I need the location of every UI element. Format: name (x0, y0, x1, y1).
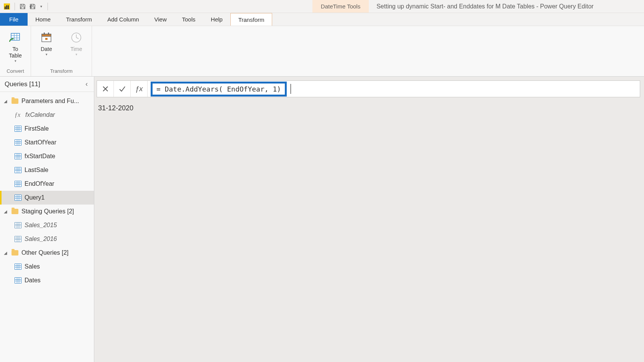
save-button[interactable] (19, 3, 26, 10)
queries-pane: Queries [11] ‹ ◢Parameters and Fu...ƒxfx… (0, 77, 94, 362)
to-table-icon (8, 31, 22, 44)
qat-dropdown[interactable]: ▾ (39, 4, 44, 8)
queries-list: ◢Parameters and Fu...ƒxfxCalendarFirstSa… (0, 92, 94, 362)
clock-icon (69, 31, 83, 44)
chevron-down-icon: ▾ (46, 52, 48, 56)
enter-formula-button[interactable] (114, 81, 131, 97)
document-title: Setting up dynamic Start- and Enddates f… (369, 0, 644, 13)
fx-button[interactable]: ƒx (131, 81, 148, 97)
ribbon: To Table ▾ Convert Date ▾ (0, 26, 644, 77)
ribbon-group-convert: To Table ▾ Convert (0, 26, 31, 76)
query-label: fxCalendar (25, 111, 55, 118)
query-item[interactable]: StartOfYear (0, 136, 94, 149)
tab-home[interactable]: Home (28, 13, 58, 26)
chevron-down-icon: ▾ (76, 52, 77, 56)
formula-text: = Date.AddYears( EndOfYear, 1) (151, 82, 287, 97)
result-value: 31-12-2020 (98, 104, 639, 112)
separator (48, 3, 48, 10)
query-label: fxStartDate (25, 153, 55, 160)
table-icon (15, 167, 21, 173)
fx-icon: ƒx (15, 111, 22, 118)
group-label: Staging Queries [2] (21, 208, 74, 215)
time-button[interactable]: Time ▾ (65, 28, 88, 67)
to-table-button[interactable]: To Table ▾ (4, 28, 27, 67)
content-area: ƒx = Date.AddYears( EndOfYear, 1) 31-12-… (94, 77, 644, 362)
collapse-pane-button[interactable]: ‹ (84, 79, 89, 90)
query-label: Sales_2016 (25, 236, 57, 242)
formula-bar: ƒx = Date.AddYears( EndOfYear, 1) (97, 80, 640, 97)
tab-tools[interactable]: Tools (174, 13, 203, 26)
queries-title: Queries [11] (5, 80, 40, 88)
quick-access-toolbar: ▾ (0, 3, 53, 10)
table-icon (15, 222, 21, 228)
ribbon-group-label: Convert (7, 67, 24, 76)
folder-icon (12, 250, 18, 256)
x-icon (102, 85, 109, 92)
ribbon-group-label: Transform (50, 67, 73, 76)
query-group[interactable]: ◢Other Queries [2] (0, 246, 94, 260)
query-label: Sales (25, 263, 40, 270)
caret-down-icon: ◢ (4, 209, 8, 214)
query-label: LastSale (25, 167, 48, 174)
svg-rect-7 (44, 33, 45, 35)
check-icon (118, 85, 126, 93)
ribbon-group-transform: Date ▾ Time ▾ Transform (31, 26, 92, 76)
table-icon (15, 139, 21, 146)
svg-rect-6 (42, 34, 51, 36)
query-item[interactable]: ƒxfxCalendar (0, 108, 94, 122)
query-item[interactable]: LastSale (0, 163, 94, 177)
table-icon (15, 126, 21, 132)
query-item[interactable]: EndOfYear (0, 177, 94, 191)
query-item[interactable]: Sales (0, 260, 94, 274)
table-icon (15, 153, 21, 159)
table-icon (15, 277, 21, 283)
group-label: Other Queries [2] (21, 249, 69, 256)
tab-add-column[interactable]: Add Column (100, 13, 147, 26)
caret-down-icon: ◢ (4, 99, 8, 104)
to-table-label: To Table (9, 46, 21, 59)
query-item[interactable]: fxStartDate (0, 149, 94, 163)
text-cursor (291, 84, 291, 94)
chevron-down-icon: ▾ (15, 59, 16, 63)
queries-header: Queries [11] ‹ (0, 77, 94, 92)
titlebar-center: DateTime Tools Setting up dynamic Start-… (53, 0, 644, 13)
query-item[interactable]: Sales_2015 (0, 218, 94, 232)
powerbi-logo-icon (3, 3, 11, 10)
context-tools-label: DateTime Tools (312, 0, 369, 13)
query-label: StartOfYear (25, 139, 56, 146)
tab-transform[interactable]: Transform (58, 13, 100, 26)
title-bar: ▾ DateTime Tools Setting up dynamic Star… (0, 0, 644, 13)
folder-icon (12, 98, 18, 104)
calendar-icon (39, 31, 53, 44)
cancel-formula-button[interactable] (97, 81, 114, 97)
tab-file[interactable]: File (0, 13, 28, 26)
table-icon (15, 181, 21, 187)
separator (15, 3, 15, 10)
date-label: Date (41, 46, 52, 52)
svg-rect-9 (45, 38, 48, 40)
svg-rect-8 (48, 33, 49, 35)
date-button[interactable]: Date ▾ (35, 28, 58, 67)
group-label: Parameters and Fu... (21, 98, 79, 105)
query-label: EndOfYear (25, 180, 54, 187)
main-area: Queries [11] ‹ ◢Parameters and Fu...ƒxfx… (0, 77, 644, 362)
formula-input[interactable]: = Date.AddYears( EndOfYear, 1) (148, 81, 640, 97)
query-item[interactable]: Query1 (0, 191, 94, 205)
fx-icon: ƒx (135, 85, 143, 93)
time-label: Time (71, 46, 82, 52)
caret-down-icon: ◢ (4, 251, 8, 256)
tab-view[interactable]: View (147, 13, 174, 26)
folder-icon (12, 209, 18, 214)
query-item[interactable]: Sales_2016 (0, 232, 94, 246)
table-icon (15, 236, 21, 242)
query-label: FirstSale (25, 125, 49, 132)
query-group[interactable]: ◢Parameters and Fu... (0, 94, 94, 108)
undo-button[interactable] (29, 3, 36, 10)
query-group[interactable]: ◢Staging Queries [2] (0, 205, 94, 218)
query-item[interactable]: Dates (0, 274, 94, 287)
tab-help[interactable]: Help (203, 13, 230, 26)
query-label: Dates (25, 277, 41, 284)
query-label: Query1 (25, 194, 44, 201)
tab-context-transform[interactable]: Transform (230, 13, 273, 26)
query-item[interactable]: FirstSale (0, 122, 94, 136)
